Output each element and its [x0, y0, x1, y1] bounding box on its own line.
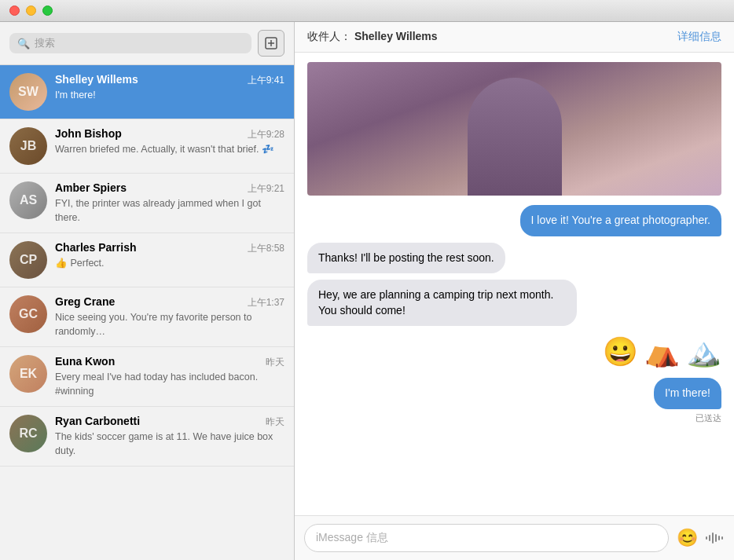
- input-placeholder: iMessage 信息: [316, 531, 388, 544]
- conv-time-amber: 上午9:21: [248, 182, 284, 196]
- conv-preview-greg: Nice seeing you. You're my favorite pers…: [55, 311, 284, 339]
- conversation-item-greg[interactable]: GCGreg Crane上午1:37Nice seeing you. You'r…: [0, 287, 294, 347]
- conversation-content-euna: Euna Kwon昨天Every meal I've had today has…: [55, 355, 284, 398]
- search-bar[interactable]: 🔍 搜索: [9, 33, 251, 53]
- compose-button[interactable]: [258, 30, 284, 57]
- conversation-item-ryan[interactable]: RCRyan Carbonetti昨天The kids' soccer game…: [0, 407, 294, 467]
- message-received-3: Hey, we are planning a camping trip next…: [307, 280, 577, 326]
- conversation-list: SWShelley Willems上午9:41I'm there!JBJohn …: [0, 65, 294, 560]
- conv-time-ryan: 昨天: [266, 415, 284, 429]
- chat-messages: I love it! You're a great photographer.T…: [295, 53, 734, 515]
- svg-rect-4: [709, 535, 710, 541]
- conv-preview-john: Warren briefed me. Actually, it wasn't t…: [55, 143, 284, 157]
- message-input[interactable]: iMessage 信息: [304, 524, 669, 552]
- avatar-shelley: SW: [9, 73, 47, 111]
- emoji-button[interactable]: 😊: [677, 528, 698, 548]
- close-button[interactable]: [9, 5, 20, 16]
- avatar-euna: EK: [9, 355, 47, 393]
- svg-rect-5: [712, 533, 714, 544]
- details-button[interactable]: 详细信息: [677, 30, 721, 44]
- conversation-content-amber: Amber Spiers上午9:21FYI, the printer was a…: [55, 181, 284, 225]
- message-received-2: Thanks! I'll be posting the rest soon.: [307, 243, 505, 274]
- conv-preview-euna: Every meal I've had today has included b…: [55, 371, 284, 398]
- title-bar: [0, 0, 734, 22]
- maximize-button[interactable]: [42, 5, 53, 16]
- conv-name-amber: Amber Spiers: [55, 181, 127, 194]
- chat-input-bar: iMessage 信息 😊: [295, 515, 734, 560]
- conversation-content-shelley: Shelley Willems上午9:41I'm there!: [55, 73, 284, 103]
- conv-name-greg: Greg Crane: [55, 295, 115, 308]
- conversation-item-euna[interactable]: EKEuna Kwon昨天Every meal I've had today h…: [0, 347, 294, 407]
- photo-image: [307, 62, 721, 196]
- sent-status: 已送达: [695, 412, 721, 424]
- conv-name-ryan: Ryan Carbonetti: [55, 415, 140, 427]
- emoji-row-4: 😀⛺🏔️: [603, 335, 721, 368]
- search-placeholder: 搜索: [35, 36, 55, 50]
- svg-rect-6: [715, 534, 717, 542]
- conversation-item-amber[interactable]: ASAmber Spiers上午9:21FYI, the printer was…: [0, 174, 294, 233]
- svg-rect-3: [706, 536, 707, 540]
- conv-name-euna: Euna Kwon: [55, 355, 115, 368]
- conversation-content-john: John Bishop上午9:28Warren briefed me. Actu…: [55, 127, 284, 157]
- conv-time-shelley: 上午9:41: [248, 74, 284, 87]
- svg-rect-7: [718, 536, 720, 540]
- recipient-name: Shelley Willems: [354, 30, 438, 42]
- conversation-content-greg: Greg Crane上午1:37Nice seeing you. You're …: [55, 295, 284, 339]
- search-icon: 🔍: [17, 38, 30, 49]
- recipient-label: 收件人：: [307, 30, 351, 42]
- conv-time-john: 上午9:28: [248, 128, 284, 141]
- svg-rect-8: [721, 536, 723, 540]
- conv-time-euna: 昨天: [266, 356, 284, 369]
- minimize-button[interactable]: [26, 5, 36, 16]
- message-sent-5: I'm there!: [654, 378, 721, 409]
- avatar-charles: CP: [9, 241, 47, 279]
- conv-preview-ryan: The kids' soccer game is at 11. We have …: [55, 430, 284, 458]
- avatar-amber: AS: [9, 181, 47, 219]
- conv-time-charles: 上午8:58: [248, 242, 284, 255]
- audio-icon: [706, 532, 725, 544]
- conv-preview-shelley: I'm there!: [55, 89, 284, 103]
- conversation-item-charles[interactable]: CPCharles Parrish上午8:58👍 Perfect.: [0, 233, 294, 287]
- conversation-content-ryan: Ryan Carbonetti昨天The kids' soccer game i…: [55, 415, 284, 458]
- audio-button[interactable]: [706, 532, 725, 544]
- conv-name-charles: Charles Parrish: [55, 241, 137, 254]
- avatar-ryan: RC: [9, 415, 47, 452]
- app-container: 🔍 搜索 SWShelley Willems上午9:41I'm there!JB…: [0, 22, 734, 560]
- conversation-item-shelley[interactable]: SWShelley Willems上午9:41I'm there!: [0, 65, 294, 119]
- photo-message: [307, 62, 721, 196]
- conversation-item-john[interactable]: JBJohn Bishop上午9:28Warren briefed me. Ac…: [0, 119, 294, 174]
- chat-header: 收件人： Shelley Willems 详细信息: [295, 22, 734, 53]
- sidebar-header: 🔍 搜索: [0, 22, 294, 65]
- conv-name-john: John Bishop: [55, 127, 122, 140]
- avatar-john: JB: [9, 127, 47, 165]
- chat-recipient: 收件人： Shelley Willems: [307, 30, 438, 44]
- conv-time-greg: 上午1:37: [248, 296, 284, 309]
- message-sent-1: I love it! You're a great photographer.: [520, 205, 721, 236]
- conv-preview-amber: FYI, the printer was already jammed when…: [55, 197, 284, 225]
- conv-name-shelley: Shelley Willems: [55, 73, 138, 86]
- chat-area: 收件人： Shelley Willems 详细信息 I love it! You…: [295, 22, 734, 560]
- emoji-4-0: 😀: [603, 335, 638, 368]
- compose-icon: [265, 37, 277, 49]
- conv-preview-charles: 👍 Perfect.: [55, 257, 284, 271]
- avatar-greg: GC: [9, 295, 47, 333]
- sidebar: 🔍 搜索 SWShelley Willems上午9:41I'm there!JB…: [0, 22, 295, 560]
- emoji-4-2: 🏔️: [686, 335, 721, 368]
- conversation-content-charles: Charles Parrish上午8:58👍 Perfect.: [55, 241, 284, 271]
- emoji-4-1: ⛺: [644, 335, 680, 368]
